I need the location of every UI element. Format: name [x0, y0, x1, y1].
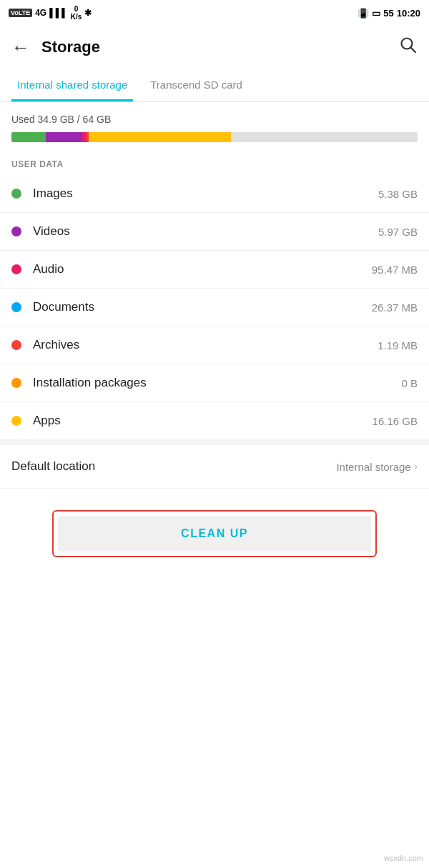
- data-speed: 0K/s: [71, 5, 82, 21]
- search-button[interactable]: [399, 36, 418, 59]
- item-size-images: 5.38 GB: [378, 188, 418, 200]
- dot-installation-packages: [11, 378, 21, 388]
- clean-up-wrapper: CLEAN UP: [52, 510, 377, 557]
- bar-apps: [89, 132, 231, 142]
- tab-sd-card[interactable]: Transcend SD card: [144, 69, 248, 101]
- watermark: wsxdn.com: [384, 854, 423, 862]
- dot-apps: [11, 416, 21, 426]
- item-name-audio: Audio: [33, 262, 372, 276]
- default-location-label: Default location: [11, 459, 336, 474]
- item-size-videos: 5.97 GB: [378, 226, 418, 238]
- volte-badge: VoLTE: [9, 9, 32, 17]
- battery-icon: ▭: [372, 8, 380, 19]
- signal-bars: ▌▌▌: [49, 8, 68, 18]
- vibrate-icon: 📳: [358, 8, 369, 19]
- dot-archives: [11, 340, 21, 350]
- dot-images: [11, 189, 21, 199]
- storage-list: Images 5.38 GB Videos 5.97 GB Audio 95.4…: [0, 175, 429, 439]
- status-left: VoLTE 4G ▌▌▌ 0K/s ✱: [9, 5, 92, 21]
- item-name-apps: Apps: [33, 414, 373, 428]
- dot-audio: [11, 264, 21, 274]
- storage-usage-text: Used 34.9 GB / 64 GB: [11, 114, 418, 125]
- list-item[interactable]: Apps 16.16 GB: [0, 402, 429, 439]
- network-type: 4G: [35, 8, 46, 18]
- bar-videos: [46, 132, 82, 142]
- storage-info: Used 34.9 GB / 64 GB: [0, 102, 429, 148]
- bluetooth-icon: ✱: [84, 8, 92, 18]
- page-title: Storage: [41, 38, 399, 56]
- item-name-videos: Videos: [33, 224, 378, 239]
- svg-line-1: [411, 48, 416, 53]
- item-name-documents: Documents: [33, 300, 372, 314]
- time-display: 10:20: [397, 8, 420, 19]
- item-size-apps: 16.16 GB: [373, 415, 418, 427]
- list-item[interactable]: Archives 1.19 MB: [0, 326, 429, 364]
- clean-up-button[interactable]: CLEAN UP: [58, 516, 371, 552]
- bottom-area: CLEAN UP: [0, 489, 429, 572]
- item-size-archives: 1.19 MB: [378, 339, 418, 351]
- item-name-installation-packages: Installation packages: [33, 376, 401, 390]
- storage-bar: [11, 132, 418, 142]
- item-size-installation-packages: 0 B: [401, 377, 418, 389]
- item-name-images: Images: [33, 186, 378, 201]
- item-name-archives: Archives: [33, 338, 378, 352]
- status-bar: VoLTE 4G ▌▌▌ 0K/s ✱ 📳 ▭ 55 10:20: [0, 0, 429, 26]
- list-item[interactable]: Installation packages 0 B: [0, 364, 429, 402]
- bar-images: [11, 132, 46, 142]
- default-location-value: Internal storage: [336, 461, 410, 473]
- item-size-documents: 26.37 MB: [372, 301, 418, 314]
- back-button[interactable]: ←: [11, 36, 30, 59]
- list-item[interactable]: Videos 5.97 GB: [0, 213, 429, 251]
- list-item[interactable]: Documents 26.37 MB: [0, 289, 429, 326]
- tab-internal[interactable]: Internal shared storage: [11, 69, 133, 101]
- chevron-right-icon: ›: [414, 460, 418, 473]
- list-item[interactable]: Audio 95.47 MB: [0, 251, 429, 289]
- top-bar: ← Storage: [0, 26, 429, 69]
- section-header-user-data: USER DATA: [0, 148, 429, 175]
- dot-documents: [11, 302, 21, 312]
- tabs-container: Internal shared storage Transcend SD car…: [0, 69, 429, 102]
- list-item[interactable]: Images 5.38 GB: [0, 175, 429, 213]
- default-location-row[interactable]: Default location Internal storage ›: [0, 439, 429, 489]
- item-size-audio: 95.47 MB: [372, 264, 418, 276]
- status-right: 📳 ▭ 55 10:20: [358, 8, 420, 19]
- battery-level: 55: [383, 8, 393, 19]
- search-icon: [399, 36, 418, 54]
- dot-videos: [11, 226, 21, 236]
